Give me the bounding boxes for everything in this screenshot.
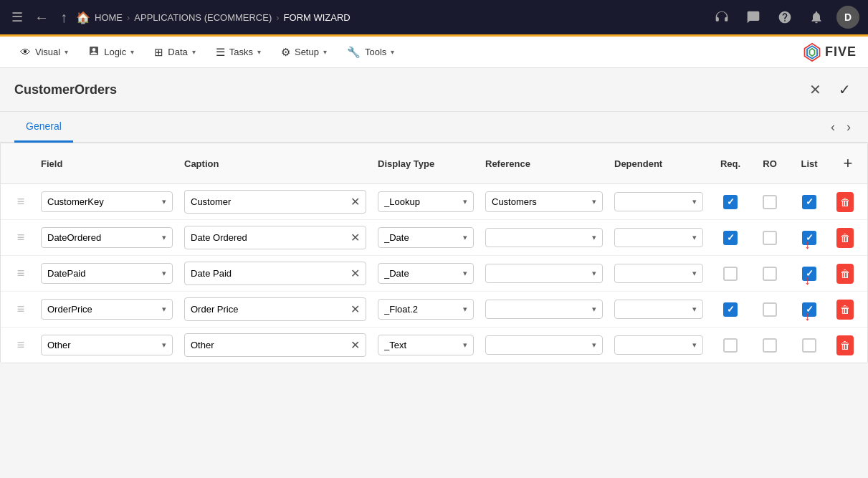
caption-input-0[interactable]: Customer ✕ [184, 190, 366, 214]
th-reference: Reference [480, 150, 609, 178]
dependent-cell: ▾ [609, 330, 709, 360]
delete-button-0[interactable]: 🗑 [836, 192, 854, 212]
avatar[interactable]: D [836, 6, 859, 29]
tabs: General [14, 112, 73, 142]
add-row-button[interactable]: + [836, 152, 859, 175]
reference-dropdown-2[interactable]: ▾ [485, 264, 603, 283]
form-title: CustomerOrders [14, 82, 117, 97]
nav-tools-label: Tools [365, 47, 386, 57]
ro-checkbox-4[interactable] [763, 338, 777, 353]
breadcrumb-home[interactable]: HOME [95, 12, 123, 23]
dependent-cell: ▾ [609, 258, 709, 289]
field-cell: DateOrdered ▾ [35, 221, 178, 254]
req-checkbox-2[interactable] [723, 267, 738, 281]
dependent-dropdown-1[interactable]: ▾ [614, 228, 703, 247]
nav-data[interactable]: ⊞ Data ▾ [146, 42, 204, 63]
save-button[interactable]: ✓ [836, 78, 854, 101]
reference-dropdown-4[interactable]: ▾ [485, 335, 603, 355]
up-icon[interactable]: ↑ [57, 6, 70, 29]
top-bar-right: D [710, 6, 859, 29]
caption-clear-3[interactable]: ✕ [350, 302, 360, 316]
close-button[interactable]: ✕ [806, 78, 824, 101]
help-icon[interactable] [773, 6, 796, 29]
drag-handle[interactable]: ≡ [6, 188, 35, 215]
reference-dropdown-0[interactable]: Customers ▾ [485, 191, 603, 212]
headset-icon[interactable] [710, 6, 733, 29]
field-dropdown-0[interactable]: CustomerKey ▾ [41, 191, 173, 212]
th-field: Field [35, 150, 178, 178]
delete-button-1[interactable]: 🗑 [836, 228, 854, 248]
req-checkbox-1[interactable] [723, 231, 738, 245]
list-checkbox-4[interactable] [802, 338, 816, 353]
tools-caret: ▾ [391, 48, 394, 56]
field-dropdown-1[interactable]: DateOrdered ▾ [41, 227, 173, 248]
nav-logic[interactable]: Logic ▾ [80, 41, 143, 63]
drag-handle[interactable]: ≡ [6, 224, 35, 251]
display-dropdown-4[interactable]: _Text ▾ [378, 335, 474, 355]
drag-handle[interactable]: ≡ [6, 296, 35, 322]
nav-tasks[interactable]: ☰ Tasks ▾ [207, 42, 270, 63]
display-dropdown-2[interactable]: _Date ▾ [378, 263, 474, 284]
caption-clear-1[interactable]: ✕ [350, 231, 360, 244]
display-cell: _Float.2 ▾ [372, 293, 480, 325]
ro-cell [752, 297, 788, 322]
field-cell: OrderPrice ▾ [35, 293, 178, 325]
caption-clear-4[interactable]: ✕ [350, 338, 360, 352]
req-cell [709, 261, 752, 287]
req-checkbox-3[interactable] [723, 302, 738, 317]
chat-icon[interactable] [742, 6, 765, 29]
display-dropdown-1[interactable]: _Date ▾ [378, 227, 474, 248]
list-checkbox-0[interactable] [802, 195, 816, 209]
ro-checkbox-3[interactable] [763, 302, 777, 317]
delete-button-2[interactable]: 🗑 [836, 264, 854, 284]
nav-visual-label: Visual [35, 47, 60, 57]
gear-icon: ⚙ [281, 46, 290, 59]
five-logo-text: FIVE [825, 44, 857, 59]
ro-checkbox-0[interactable] [763, 195, 777, 209]
caption-clear-2[interactable]: ✕ [350, 267, 360, 280]
back-icon[interactable]: ← [32, 6, 52, 29]
reference-dropdown-1[interactable]: ▾ [485, 228, 603, 247]
dependent-dropdown-4[interactable]: ▾ [614, 335, 703, 355]
req-checkbox-4[interactable] [723, 338, 738, 353]
dependent-dropdown-2[interactable]: ▾ [614, 264, 703, 283]
list-cell: ↓ [788, 225, 831, 251]
req-checkbox-0[interactable] [723, 195, 738, 209]
tab-prev-button[interactable]: ‹ [828, 117, 838, 138]
reference-dropdown-3[interactable]: ▾ [485, 300, 603, 319]
drag-handle[interactable]: ≡ [6, 260, 35, 287]
nav-setup[interactable]: ⚙ Setup ▾ [272, 42, 335, 63]
tab-general[interactable]: General [14, 112, 73, 143]
nav-visual[interactable]: 👁 Visual ▾ [11, 42, 77, 62]
field-dropdown-4[interactable]: Other ▾ [41, 335, 173, 355]
field-dropdown-2[interactable]: DatePaid ▾ [41, 263, 173, 284]
nav-logic-label: Logic [104, 47, 126, 57]
ro-cell [752, 225, 788, 251]
breadcrumb-app[interactable]: APPLICATIONS (ECOMMERCE) [134, 12, 272, 23]
field-dropdown-3[interactable]: OrderPrice ▾ [41, 299, 173, 320]
menu-icon[interactable]: ☰ [9, 6, 26, 28]
top-bar-left: ☰ ← ↑ 🏠 HOME › APPLICATIONS (ECOMMERCE) … [9, 6, 705, 29]
dependent-dropdown-0[interactable]: ▾ [614, 192, 703, 211]
display-dropdown-0[interactable]: _Lookup ▾ [378, 191, 474, 212]
delete-cell: 🗑 [831, 186, 859, 218]
table-row: ≡ OrderPrice ▾ Order Price ✕ _Float.2 ▾ [1, 292, 867, 328]
nav-tools[interactable]: 🔧 Tools ▾ [338, 42, 403, 63]
breadcrumb-wizard[interactable]: FORM WIZARD [284, 12, 350, 23]
red-arrow-1: ↓ [804, 237, 811, 252]
caption-input-1[interactable]: Date Ordered ✕ [184, 226, 366, 249]
tab-next-button[interactable]: › [844, 117, 854, 138]
dependent-dropdown-3[interactable]: ▾ [614, 300, 703, 319]
caption-input-4[interactable]: Other ✕ [184, 333, 366, 357]
caption-clear-0[interactable]: ✕ [350, 195, 360, 209]
display-dropdown-3[interactable]: _Float.2 ▾ [378, 299, 474, 320]
bell-icon[interactable] [805, 6, 828, 29]
drag-handle[interactable]: ≡ [6, 332, 35, 358]
ro-checkbox-1[interactable] [763, 231, 777, 245]
table-row: ≡ Other ▾ Other ✕ _Text ▾ [1, 328, 867, 363]
caption-input-2[interactable]: Date Paid ✕ [184, 262, 366, 285]
delete-button-4[interactable]: 🗑 [836, 335, 854, 355]
delete-button-3[interactable]: 🗑 [836, 300, 854, 320]
caption-input-3[interactable]: Order Price ✕ [184, 297, 366, 321]
ro-checkbox-2[interactable] [763, 267, 777, 281]
